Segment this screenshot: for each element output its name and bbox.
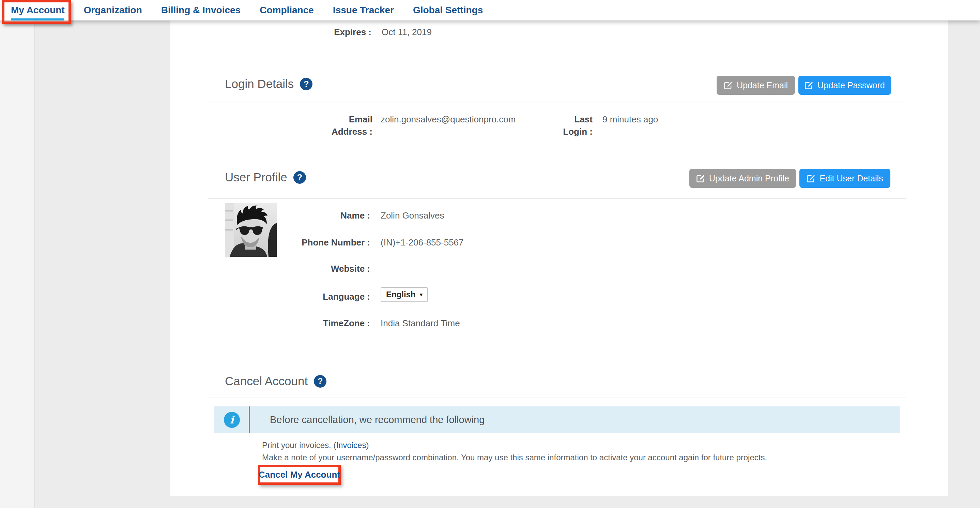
update-admin-profile-label: Update Admin Profile xyxy=(709,174,789,183)
cancel-account-title: Cancel Account xyxy=(225,374,308,388)
section-cancel-account: Cancel Account ? xyxy=(225,374,326,388)
update-admin-profile-button[interactable]: Update Admin Profile xyxy=(689,169,796,188)
avatar xyxy=(225,203,277,257)
tab-billing-invoices[interactable]: Billing & Invoices xyxy=(161,5,240,16)
update-password-label: Update Password xyxy=(818,80,885,90)
tab-organization[interactable]: Organization xyxy=(84,5,142,16)
section-user-profile: User Profile ? xyxy=(225,170,306,184)
print-invoices-text: Print your invoices. ( xyxy=(262,441,336,450)
tab-compliance[interactable]: Compliance xyxy=(260,5,314,16)
help-icon[interactable]: ? xyxy=(293,171,306,184)
user-profile-title: User Profile xyxy=(225,170,287,184)
tab-my-account-label: My Account xyxy=(11,5,65,15)
print-invoices-text-close: ) xyxy=(366,441,369,450)
info-banner-heading: Before cancellation, we recommend the fo… xyxy=(270,414,485,425)
name-value: Zolin Gonsalves xyxy=(380,209,444,221)
annotation-box-cancel-my-account: Cancel My Account xyxy=(258,465,341,485)
language-dropdown[interactable]: English ▾ xyxy=(380,287,428,302)
email-address-value: zolin.gonsalves@questionpro.com xyxy=(380,113,515,126)
last-login-value: 9 minutes ago xyxy=(603,113,658,126)
pencil-square-icon xyxy=(807,174,815,183)
username-password-note: Make a note of your username/password co… xyxy=(262,453,767,462)
language-label: Language : xyxy=(275,290,370,303)
help-icon[interactable]: ? xyxy=(314,375,326,388)
info-banner-divider xyxy=(249,406,250,433)
pencil-square-icon xyxy=(805,81,813,90)
pencil-square-icon xyxy=(696,174,705,183)
info-banner: i Before cancellation, we recommend the … xyxy=(214,406,900,433)
last-login-label: Last Login : xyxy=(555,113,593,138)
info-icon: i xyxy=(224,412,240,428)
pencil-square-icon xyxy=(724,81,733,90)
invoices-link[interactable]: Invoices xyxy=(336,441,366,450)
website-label: Website : xyxy=(275,263,370,275)
help-icon[interactable]: ? xyxy=(300,78,312,90)
section-divider xyxy=(208,398,907,398)
timezone-label: TimeZone : xyxy=(275,317,370,330)
expires-value: Oct 11, 2019 xyxy=(382,26,432,38)
caret-down-icon: ▾ xyxy=(420,291,423,298)
update-email-button[interactable]: Update Email xyxy=(717,76,795,95)
language-selected-value: English xyxy=(386,290,416,299)
tab-issue-tracker[interactable]: Issue Tracker xyxy=(333,5,394,16)
cancel-my-account-link[interactable]: Cancel My Account xyxy=(259,470,340,480)
name-label: Name : xyxy=(275,209,370,221)
update-password-button[interactable]: Update Password xyxy=(799,76,891,95)
print-invoices-line: Print your invoices. (Invoices) xyxy=(262,441,369,450)
expires-label: Expires : xyxy=(286,26,371,38)
update-email-label: Update Email xyxy=(737,80,788,90)
top-nav: My Account Organization Billing & Invoic… xyxy=(0,0,980,21)
edit-user-details-label: Edit User Details xyxy=(819,174,883,183)
collapsed-sidebar xyxy=(0,21,35,508)
edit-user-details-button[interactable]: Edit User Details xyxy=(799,169,890,188)
section-divider xyxy=(208,198,907,199)
section-login-details: Login Details ? xyxy=(225,77,312,91)
login-details-title: Login Details xyxy=(225,77,294,91)
phone-number-value: (IN)+1-206-855-5567 xyxy=(380,236,464,248)
content-card: Expires : Oct 11, 2019 Login Details ? U… xyxy=(170,21,948,496)
phone-number-label: Phone Number : xyxy=(275,236,370,248)
tab-my-account[interactable]: My Account xyxy=(11,5,65,16)
timezone-value: India Standard Time xyxy=(380,317,460,330)
section-divider xyxy=(208,102,907,102)
email-address-label: Email Address : xyxy=(321,113,372,138)
tab-global-settings[interactable]: Global Settings xyxy=(413,5,483,16)
